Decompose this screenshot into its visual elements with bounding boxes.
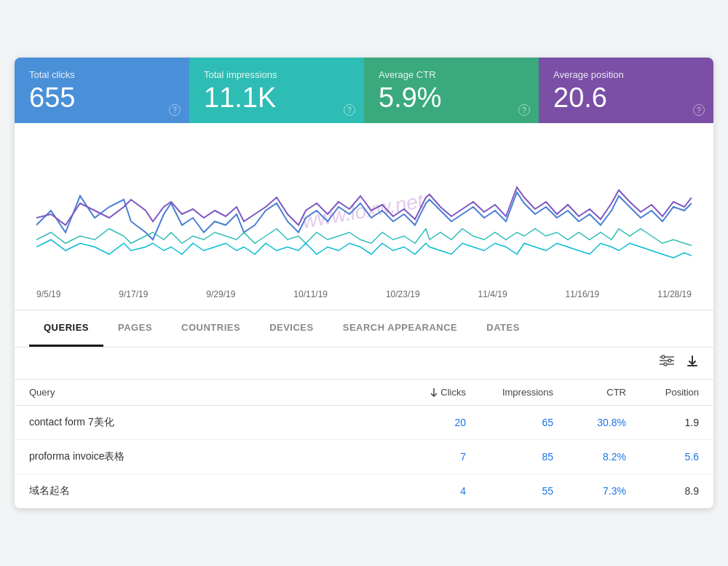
header-position: Position [626, 387, 699, 398]
help-icon-impressions[interactable]: ? [344, 104, 355, 116]
metric-label-ctr: Average CTR [379, 69, 524, 80]
chart-date-2: 9/29/19 [206, 289, 235, 299]
row1-query: contact form 7美化 [29, 416, 379, 429]
row2-query: proforma invoice表格 [29, 450, 379, 463]
chart-date-7: 11/28/19 [657, 289, 692, 299]
row1-position: 1.9 [626, 417, 699, 428]
tab-search-appearance[interactable]: SEARCH APPEARANCE [328, 310, 472, 347]
tab-pages[interactable]: PAGES [103, 310, 167, 347]
chart-date-4: 10/23/19 [386, 289, 420, 299]
metric-value-ctr: 5.9% [379, 83, 524, 114]
chart-svg: www.loxw.net [36, 138, 692, 283]
header-impressions: Impressions [466, 387, 553, 398]
help-icon-position[interactable]: ? [693, 104, 705, 116]
header-query: Query [29, 387, 379, 398]
chart-date-6: 11/16/19 [566, 289, 600, 299]
toolbar [15, 347, 713, 380]
tabs-section: QUERIES PAGES COUNTRIES DEVICES SEARCH A… [15, 310, 713, 347]
metric-value-clicks: 655 [29, 83, 175, 114]
table-row: 域名起名 4 55 7.3% 8.9 [15, 474, 713, 508]
help-icon-ctr[interactable]: ? [518, 104, 530, 116]
metric-label-clicks: Total clicks [29, 69, 175, 80]
chart-date-5: 11/4/19 [478, 289, 507, 299]
header-clicks[interactable]: Clicks [379, 387, 466, 398]
svg-point-3 [662, 355, 665, 358]
chart-area: www.loxw.net [36, 138, 692, 283]
row2-position: 5.6 [626, 451, 699, 463]
table-row: proforma invoice表格 7 85 8.2% 5.6 [15, 440, 713, 474]
row2-ctr: 8.2% [553, 451, 626, 463]
main-container: Total clicks 655 ? Total impressions 11.… [15, 58, 713, 509]
chart-date-0: 9/5/19 [36, 289, 60, 299]
metric-card-clicks: Total clicks 655 ? [15, 58, 189, 124]
chart-dates: 9/5/19 9/17/19 9/29/19 10/11/19 10/23/19… [36, 283, 692, 302]
metric-card-ctr: Average CTR 5.9% ? [364, 58, 539, 124]
row1-impressions: 65 [466, 417, 553, 428]
download-icon[interactable] [686, 355, 699, 372]
row1-clicks: 20 [379, 417, 466, 428]
row3-position: 8.9 [626, 485, 699, 497]
table-section: Query Clicks Impressions CTR Position co… [15, 380, 713, 508]
chart-date-3: 10/11/19 [293, 289, 328, 299]
row1-ctr: 30.8% [553, 417, 626, 428]
svg-point-4 [668, 359, 671, 362]
metric-value-position: 20.6 [553, 83, 699, 114]
table-header: Query Clicks Impressions CTR Position [15, 380, 713, 406]
tab-queries[interactable]: QUERIES [29, 310, 103, 347]
table-row: contact form 7美化 20 65 30.8% 1.9 [15, 406, 713, 440]
svg-rect-6 [687, 365, 697, 366]
row3-impressions: 55 [466, 485, 553, 497]
tab-dates[interactable]: DATES [472, 310, 534, 347]
row2-impressions: 85 [466, 451, 553, 463]
metric-card-impressions: Total impressions 11.1K ? [189, 58, 364, 124]
tabs: QUERIES PAGES COUNTRIES DEVICES SEARCH A… [29, 310, 699, 347]
filter-icon[interactable] [660, 355, 674, 372]
svg-point-5 [664, 363, 667, 366]
row3-query: 域名起名 [29, 484, 379, 498]
row3-ctr: 7.3% [553, 485, 626, 497]
metrics-row: Total clicks 655 ? Total impressions 11.… [15, 58, 713, 124]
metric-value-impressions: 11.1K [204, 83, 349, 114]
metric-label-position: Average position [553, 69, 699, 80]
row2-clicks: 7 [379, 451, 466, 463]
metric-label-impressions: Total impressions [204, 69, 349, 80]
metric-card-position: Average position 20.6 ? [539, 58, 713, 124]
chart-section: www.loxw.net 9/5/19 9/17/19 9/29/19 10/1… [15, 123, 713, 310]
tab-countries[interactable]: COUNTRIES [167, 310, 255, 347]
chart-date-1: 9/17/19 [119, 289, 148, 299]
row3-clicks: 4 [379, 485, 466, 497]
tab-devices[interactable]: DEVICES [255, 310, 328, 347]
header-ctr: CTR [553, 387, 626, 398]
help-icon-clicks[interactable]: ? [169, 104, 181, 116]
